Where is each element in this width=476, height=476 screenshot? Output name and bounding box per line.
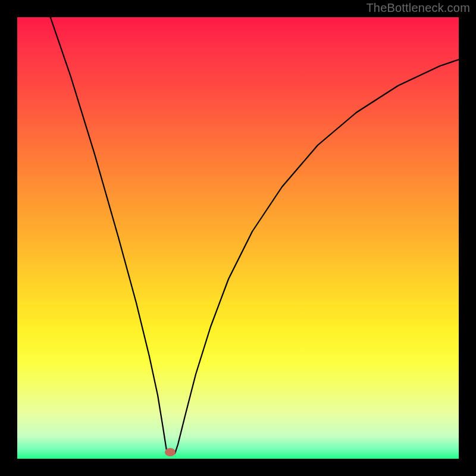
curve-path bbox=[49, 17, 459, 453]
watermark-text: TheBottleneck.com bbox=[366, 1, 470, 15]
plot-area bbox=[17, 17, 459, 459]
chart-frame: TheBottleneck.com bbox=[0, 0, 476, 476]
optimal-point-marker bbox=[165, 448, 176, 456]
bottleneck-curve bbox=[17, 17, 459, 459]
